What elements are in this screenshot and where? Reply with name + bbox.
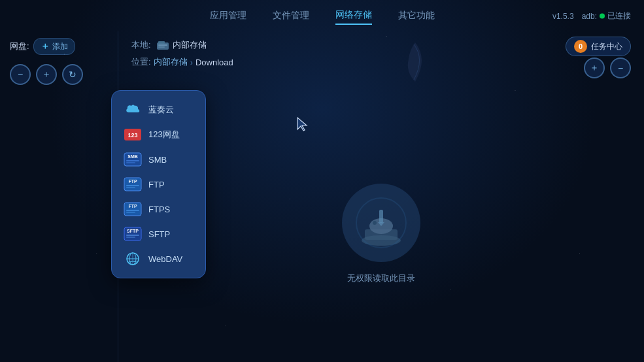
svg-text:SMB: SMB	[127, 154, 138, 159]
adb-status: adb: 已连接	[582, 10, 631, 22]
breadcrumb-download: Download	[195, 58, 233, 67]
sftp-icon: SFTP	[124, 227, 142, 241]
svg-rect-16	[126, 235, 139, 236]
dropdown-item-webdav[interactable]: WebDAV	[112, 246, 205, 271]
add-disk-button[interactable]: ＋ 添加	[33, 38, 75, 55]
disk-label-row: 网盘: ＋ 添加	[10, 38, 108, 55]
minus-circle-button[interactable]: −	[10, 64, 31, 85]
dropdown-item-123disk[interactable]: 123 123网盘	[112, 122, 205, 147]
dropdown-item-sftp[interactable]: SFTP SFTP	[112, 222, 205, 246]
sftp-label: SFTP	[148, 229, 170, 239]
123disk-icon: 123	[124, 127, 142, 142]
tab-app-manage[interactable]: 应用管理	[210, 7, 246, 24]
local-label: 本地:	[131, 39, 151, 51]
tab-file-manage[interactable]: 文件管理	[273, 7, 309, 24]
svg-text:FTP: FTP	[128, 179, 137, 184]
ftp-label: FTP	[148, 180, 165, 189]
svg-rect-25	[158, 46, 165, 48]
no-permission-illustration	[352, 193, 411, 252]
task-center-button[interactable]: 0 任务中心	[566, 37, 631, 56]
dropdown-item-smb[interactable]: SMB SMB	[112, 147, 205, 172]
webdav-label: WebDAV	[148, 254, 182, 264]
svg-rect-13	[126, 212, 135, 213]
lanyun-label: 蓝奏云	[148, 104, 174, 116]
version-label: v1.5.3	[552, 11, 574, 20]
top-navigation: 应用管理 文件管理 网络存储 其它功能 v1.5.3 adb: 已连接	[0, 0, 644, 31]
dropdown-item-ftps[interactable]: FTP FTPS	[112, 197, 205, 222]
storage-label: 内部存储	[173, 39, 207, 51]
svg-text:SFTP: SFTP	[127, 229, 139, 233]
svg-rect-12	[126, 210, 139, 211]
tab-net-storage[interactable]: 网络存储	[335, 7, 372, 25]
svg-rect-9	[126, 187, 135, 188]
lanyun-icon	[124, 103, 142, 117]
add-label: 添加	[52, 41, 68, 52]
left-sidebar: 网盘: ＋ 添加 − ＋ ↻	[0, 31, 118, 362]
breadcrumb-separator: ›	[190, 58, 193, 67]
ftp-icon: FTP	[124, 177, 142, 191]
main-content: 网盘: ＋ 添加 − ＋ ↻ 蓝奏云	[0, 31, 644, 362]
svg-text:FTP: FTP	[128, 204, 137, 208]
smb-label: SMB	[148, 155, 167, 165]
location-label: 位置:	[131, 56, 151, 68]
ftps-label: FTPS	[148, 205, 170, 214]
refresh-button[interactable]: ↻	[62, 64, 83, 85]
breadcrumb: 位置: 内部存储 › Download	[131, 56, 631, 68]
adb-connected-text: 已连接	[607, 10, 631, 22]
svg-rect-30	[379, 210, 383, 223]
svg-rect-4	[126, 160, 139, 161]
tab-other-func[interactable]: 其它功能	[398, 7, 435, 24]
ftps-icon: FTP	[124, 202, 142, 216]
svg-rect-24	[158, 44, 167, 46]
minus-icon: −	[18, 69, 23, 80]
smb-icon: SMB	[124, 152, 142, 167]
svg-point-29	[373, 221, 377, 225]
nav-status-area: v1.5.3 adb: 已连接	[552, 10, 631, 22]
disk-label-text: 网盘:	[10, 41, 29, 52]
storage-icon	[156, 40, 169, 50]
dropdown-item-ftp[interactable]: FTP FTP	[112, 172, 205, 197]
panel-action-buttons: ＋ −	[584, 58, 631, 78]
action-buttons: − ＋ ↻	[10, 64, 108, 85]
svg-rect-23	[158, 41, 165, 44]
minus-panel-button[interactable]: −	[610, 58, 631, 78]
123disk-label: 123网盘	[148, 129, 180, 140]
plus-circle-icon: ＋	[42, 69, 51, 80]
cloud-service-dropdown: 蓝奏云 123 123网盘 SMB SMB	[111, 90, 206, 278]
svg-rect-17	[126, 237, 135, 238]
refresh-icon: ↻	[69, 69, 76, 80]
svg-rect-5	[126, 162, 135, 163]
plus-circle-button[interactable]: ＋	[36, 64, 57, 85]
svg-text:123: 123	[127, 132, 137, 139]
plus-icon: ＋	[41, 41, 50, 52]
dropdown-item-lanyun[interactable]: 蓝奏云	[112, 97, 205, 122]
task-count-badge: 0	[574, 40, 587, 53]
add-panel-icon: ＋	[590, 62, 599, 74]
add-panel-button[interactable]: ＋	[584, 58, 605, 78]
task-center-label: 任务中心	[591, 41, 622, 52]
adb-connected-dot	[600, 13, 605, 18]
svg-rect-8	[126, 185, 139, 186]
adb-label: adb:	[582, 11, 597, 20]
empty-illustration	[342, 184, 420, 262]
empty-message: 无权限读取此目录	[347, 272, 415, 284]
breadcrumb-storage[interactable]: 内部存储	[154, 56, 188, 68]
nav-tab-list: 应用管理 文件管理 网络存储 其它功能	[210, 7, 435, 25]
webdav-icon	[124, 252, 142, 266]
local-bar: 本地: 内部存储	[131, 39, 631, 51]
minus-panel-icon: −	[618, 63, 623, 73]
storage-selector[interactable]: 内部存储	[156, 39, 207, 51]
empty-state: 无权限读取此目录	[131, 114, 631, 354]
